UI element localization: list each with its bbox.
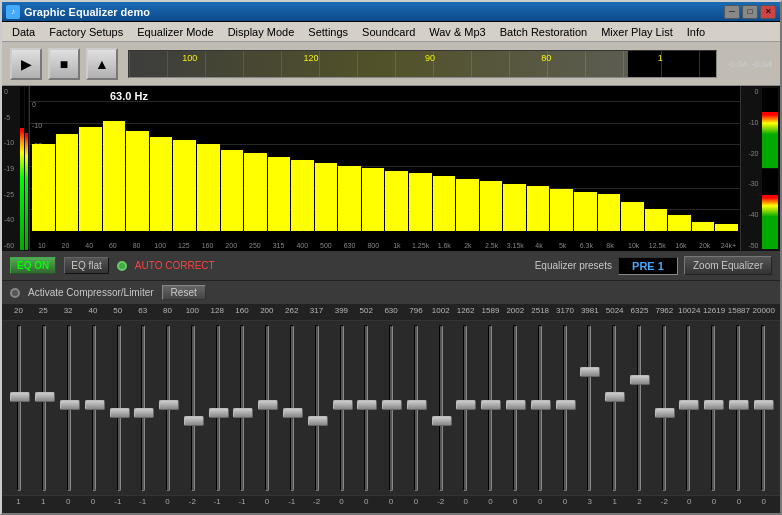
slider-track-0[interactable] bbox=[17, 325, 21, 491]
freq-axis-label-27: 16k bbox=[669, 242, 693, 249]
slider-track-9[interactable] bbox=[240, 325, 244, 491]
slider-track-13[interactable] bbox=[340, 325, 344, 491]
timeline[interactable]: 100 120 90 80 1 bbox=[128, 50, 717, 78]
slider-track-29[interactable] bbox=[736, 325, 740, 491]
main-content: ▶ ■ ▲ 100 120 90 80 1 -0.04 -0.04 bbox=[2, 42, 780, 513]
auto-correct-label[interactable]: AUTO CORRECT bbox=[135, 260, 215, 271]
slider-thumb-2[interactable] bbox=[60, 400, 80, 410]
slider-thumb-28[interactable] bbox=[704, 400, 724, 410]
freq-axis-label-9: 250 bbox=[243, 242, 267, 249]
slider-thumb-16[interactable] bbox=[407, 400, 427, 410]
slider-track-12[interactable] bbox=[315, 325, 319, 491]
slider-track-26[interactable] bbox=[662, 325, 666, 491]
slider-thumb-12[interactable] bbox=[308, 416, 328, 426]
menu-item-mixer-play-list[interactable]: Mixer Play List bbox=[595, 24, 679, 40]
slider-db-label-13: 0 bbox=[329, 497, 354, 512]
slider-thumb-23[interactable] bbox=[580, 367, 600, 377]
slider-thumb-21[interactable] bbox=[531, 400, 551, 410]
slider-thumb-3[interactable] bbox=[85, 400, 105, 410]
slider-thumb-0[interactable] bbox=[10, 392, 30, 402]
menu-item-settings[interactable]: Settings bbox=[302, 24, 354, 40]
slider-thumb-7[interactable] bbox=[184, 416, 204, 426]
slider-track-27[interactable] bbox=[686, 325, 690, 491]
vu-channel-right bbox=[25, 87, 29, 250]
slider-thumb-27[interactable] bbox=[679, 400, 699, 410]
stop-button[interactable]: ■ bbox=[48, 48, 80, 80]
zoom-equalizer-button[interactable]: Zoom Equalizer bbox=[684, 256, 772, 275]
slider-track-22[interactable] bbox=[563, 325, 567, 491]
slider-track-8[interactable] bbox=[216, 325, 220, 491]
menu-item-soundcard[interactable]: Soundcard bbox=[356, 24, 421, 40]
slider-thumb-19[interactable] bbox=[481, 400, 501, 410]
slider-track-1[interactable] bbox=[42, 325, 46, 491]
slider-freq-label-10: 200 bbox=[254, 306, 279, 319]
slider-thumb-9[interactable] bbox=[233, 408, 253, 418]
play-button[interactable]: ▶ bbox=[10, 48, 42, 80]
slider-thumb-6[interactable] bbox=[159, 400, 179, 410]
compressor-radio[interactable] bbox=[10, 288, 20, 298]
slider-track-3[interactable] bbox=[92, 325, 96, 491]
slider-track-4[interactable] bbox=[117, 325, 121, 491]
auto-correct-radio[interactable] bbox=[117, 261, 127, 271]
slider-track-5[interactable] bbox=[141, 325, 145, 491]
slider-track-15[interactable] bbox=[389, 325, 393, 491]
slider-track-18[interactable] bbox=[463, 325, 467, 491]
menu-item-batch-restoration[interactable]: Batch Restoration bbox=[494, 24, 593, 40]
eq-flat-button[interactable]: EQ flat bbox=[64, 257, 109, 274]
slider-thumb-20[interactable] bbox=[506, 400, 526, 410]
slider-track-7[interactable] bbox=[191, 325, 195, 491]
slider-track-14[interactable] bbox=[364, 325, 368, 491]
slider-db-label-29: 0 bbox=[726, 497, 751, 512]
slider-thumb-4[interactable] bbox=[110, 408, 130, 418]
slider-thumb-5[interactable] bbox=[134, 408, 154, 418]
slider-track-20[interactable] bbox=[513, 325, 517, 491]
right-bar-2 bbox=[762, 169, 779, 249]
slider-track-19[interactable] bbox=[488, 325, 492, 491]
eq-on-button[interactable]: EQ ON bbox=[10, 257, 56, 274]
slider-track-6[interactable] bbox=[166, 325, 170, 491]
menu-item-factory-setups[interactable]: Factory Setups bbox=[43, 24, 129, 40]
slider-track-11[interactable] bbox=[290, 325, 294, 491]
eject-button[interactable]: ▲ bbox=[86, 48, 118, 80]
slider-thumb-18[interactable] bbox=[456, 400, 476, 410]
menu-item-equalizer-mode[interactable]: Equalizer Mode bbox=[131, 24, 219, 40]
slider-thumb-17[interactable] bbox=[432, 416, 452, 426]
slider-track-2[interactable] bbox=[67, 325, 71, 491]
slider-thumb-25[interactable] bbox=[630, 375, 650, 385]
eq-bar-1 bbox=[56, 137, 79, 231]
right-bar-1 bbox=[762, 88, 779, 168]
reset-button[interactable]: Reset bbox=[162, 285, 206, 300]
slider-thumb-13[interactable] bbox=[333, 400, 353, 410]
slider-thumb-15[interactable] bbox=[382, 400, 402, 410]
menu-item-wav-&-mp3[interactable]: Wav & Mp3 bbox=[423, 24, 491, 40]
menu-item-display-mode[interactable]: Display Mode bbox=[222, 24, 301, 40]
slider-track-10[interactable] bbox=[265, 325, 269, 491]
slider-track-23[interactable] bbox=[587, 325, 591, 491]
slider-thumb-11[interactable] bbox=[283, 408, 303, 418]
freq-axis-label-4: 80 bbox=[125, 242, 149, 249]
slider-thumb-30[interactable] bbox=[754, 400, 774, 410]
slider-thumb-29[interactable] bbox=[729, 400, 749, 410]
slider-thumb-26[interactable] bbox=[655, 408, 675, 418]
slider-track-21[interactable] bbox=[538, 325, 542, 491]
vu-scale-10: -10 bbox=[4, 139, 18, 146]
slider-track-28[interactable] bbox=[711, 325, 715, 491]
preset-value: PRE 1 bbox=[618, 257, 678, 275]
slider-track-25[interactable] bbox=[637, 325, 641, 491]
slider-track-24[interactable] bbox=[612, 325, 616, 491]
slider-thumb-8[interactable] bbox=[209, 408, 229, 418]
slider-thumb-14[interactable] bbox=[357, 400, 377, 410]
close-button[interactable]: ✕ bbox=[760, 5, 776, 19]
slider-freq-label-29: 15887 bbox=[726, 306, 751, 319]
slider-thumb-22[interactable] bbox=[556, 400, 576, 410]
minimize-button[interactable]: ─ bbox=[724, 5, 740, 19]
slider-thumb-24[interactable] bbox=[605, 392, 625, 402]
menu-item-data[interactable]: Data bbox=[6, 24, 41, 40]
slider-thumb-1[interactable] bbox=[35, 392, 55, 402]
slider-track-17[interactable] bbox=[439, 325, 443, 491]
maximize-button[interactable]: □ bbox=[742, 5, 758, 19]
slider-thumb-10[interactable] bbox=[258, 400, 278, 410]
slider-track-30[interactable] bbox=[761, 325, 765, 491]
slider-track-16[interactable] bbox=[414, 325, 418, 491]
menu-item-info[interactable]: Info bbox=[681, 24, 711, 40]
